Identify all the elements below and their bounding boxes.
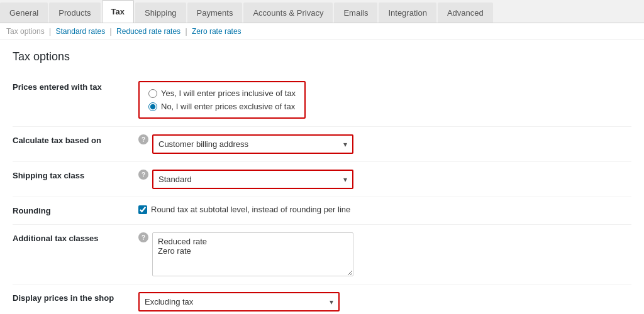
radio-label-inclusive[interactable]: Yes, I will enter prices inclusive of ta… [148, 89, 296, 98]
label-rounding: Rounding [13, 197, 138, 225]
subnav-zero-rate-rates[interactable]: Zero rate rates [192, 27, 242, 36]
td-shipping-tax-class: ? Standard Reduced rate Zero rate ▾ [138, 162, 631, 197]
label-display-prices-shop: Display prices in the shop [13, 284, 138, 315]
td-display-prices-shop: Excluding tax Including tax ▾ [138, 284, 631, 315]
td-additional-tax-classes: ? Reduced rate Zero rate [138, 225, 631, 284]
select-red-tax-based: Customer billing address Customer shippi… [152, 134, 353, 154]
help-icon-tax-based[interactable]: ? [138, 134, 148, 144]
row-shipping-tax-class: Shipping tax class ? Standard Reduced ra… [13, 162, 631, 197]
td-calculate-tax-based-on: ? Customer billing address Customer ship… [138, 127, 631, 162]
row-calculate-tax-based-on: Calculate tax based on ? Customer billin… [13, 127, 631, 162]
row-prices-entered-with-tax: Prices entered with tax Yes, I will ente… [13, 73, 631, 127]
td-prices-entered-with-tax: Yes, I will enter prices inclusive of ta… [138, 73, 631, 127]
rounding-checkbox-text: Round tax at subtotal level, instead of … [151, 205, 350, 214]
td-rounding: Round tax at subtotal level, instead of … [138, 197, 631, 225]
select-display-prices-shop[interactable]: Excluding tax Including tax [140, 293, 325, 310]
subnav-reduced-rate-rates[interactable]: Reduced rate rates [116, 27, 180, 36]
label-calculate-tax-based-on: Calculate tax based on [13, 127, 138, 162]
prices-entered-with-tax-box: Yes, I will enter prices inclusive of ta… [138, 81, 306, 119]
subnav-standard-rates[interactable]: Standard rates [56, 27, 106, 36]
main-content: Tax options Prices entered with tax Yes,… [0, 40, 644, 314]
radio-inclusive-label: Yes, I will enter prices inclusive of ta… [161, 89, 296, 98]
select-red-shipping-tax: Standard Reduced rate Zero rate ▾ [152, 170, 353, 189]
help-icon-shipping-tax[interactable]: ? [138, 170, 148, 180]
label-prices-entered-with-tax: Prices entered with tax [13, 73, 138, 127]
row-rounding: Rounding Round tax at subtotal level, in… [13, 197, 631, 225]
chevron-down-icon-shipping-tax: ▾ [338, 175, 352, 184]
checkbox-rounding[interactable] [138, 205, 147, 214]
subnav-prefix: Tax options [6, 27, 45, 36]
row-display-prices-shop: Display prices in the shop Excluding tax… [13, 284, 631, 315]
select-shipping-tax-class[interactable]: Standard Reduced rate Zero rate [153, 171, 338, 188]
tab-products[interactable]: Products [49, 3, 100, 23]
tab-general[interactable]: General [0, 3, 48, 23]
tab-accounts-privacy[interactable]: Accounts & Privacy [243, 3, 333, 23]
label-additional-tax-classes: Additional tax classes [13, 225, 138, 284]
label-shipping-tax-class: Shipping tax class [13, 162, 138, 197]
help-icon-tax-classes[interactable]: ? [138, 232, 148, 242]
rounding-checkbox-label[interactable]: Round tax at subtotal level, instead of … [138, 205, 631, 214]
chevron-down-icon-display-prices-shop: ▾ [325, 298, 338, 306]
tab-payments[interactable]: Payments [187, 3, 243, 23]
tab-tax[interactable]: Tax [102, 0, 134, 23]
subnav: Tax options | Standard rates | Reduced r… [0, 23, 644, 40]
page-title: Tax options [13, 50, 631, 63]
row-additional-tax-classes: Additional tax classes ? Reduced rate Ze… [13, 225, 631, 284]
tab-shipping[interactable]: Shipping [135, 3, 186, 23]
radio-inclusive[interactable] [148, 89, 157, 98]
chevron-down-icon-tax-based: ▾ [338, 140, 352, 149]
radio-exclusive[interactable] [148, 102, 157, 111]
form-table: Prices entered with tax Yes, I will ente… [13, 73, 631, 314]
select-red-display-prices-shop: Excluding tax Including tax ▾ [138, 292, 340, 311]
select-calculate-tax-based-on[interactable]: Customer billing address Customer shippi… [153, 136, 338, 153]
field-with-help-tax-classes: ? Reduced rate Zero rate [138, 232, 631, 276]
radio-exclusive-label: No, I will enter prices exclusive of tax [161, 102, 295, 111]
subnav-separator-1: | [49, 27, 51, 36]
tab-advanced[interactable]: Advanced [438, 3, 493, 23]
field-with-help-shipping-tax: ? Standard Reduced rate Zero rate ▾ [138, 170, 631, 189]
tab-emails[interactable]: Emails [334, 3, 377, 23]
tab-integration[interactable]: Integration [379, 3, 436, 23]
tabs-bar: General Products Tax Shipping Payments A… [0, 0, 644, 23]
radio-label-exclusive[interactable]: No, I will enter prices exclusive of tax [148, 102, 296, 111]
field-with-help-tax-based: ? Customer billing address Customer ship… [138, 134, 631, 154]
textarea-additional-tax-classes[interactable]: Reduced rate Zero rate [152, 232, 353, 276]
